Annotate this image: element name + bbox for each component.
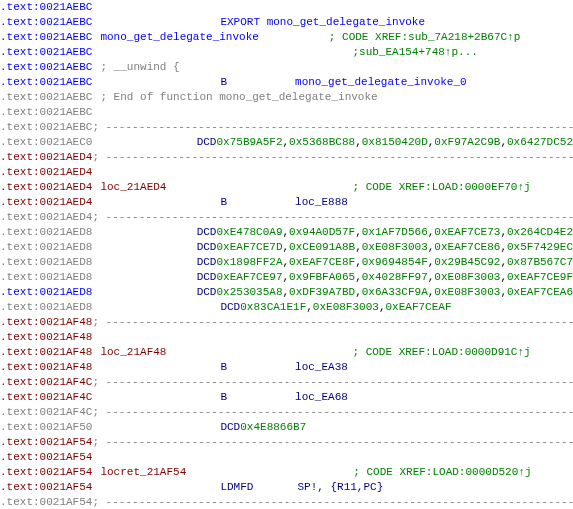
disasm-line[interactable]: .text:0021AED8DCD 0xE478C0A9, 0x94A0D57F… <box>0 225 573 240</box>
token: 0x75B9A5F2 <box>216 135 282 150</box>
disasm-line[interactable]: .text:0021AF54; ------------------------… <box>0 495 573 509</box>
token: ; --------------------------------------… <box>92 150 573 165</box>
indent <box>92 180 100 195</box>
disasm-line[interactable]: .text:0021AEBC; __unwind { <box>0 60 573 75</box>
token: LDMFD <box>220 480 253 495</box>
seg-address: .text:0021AF54 <box>0 495 92 509</box>
token: 0x4028FF97 <box>362 270 428 285</box>
token: B <box>220 195 227 210</box>
disasm-line[interactable]: .text:0021AEBC <box>0 105 573 120</box>
disasm-line[interactable]: .text:0021AF54; ------------------------… <box>0 435 573 450</box>
token: , <box>283 225 290 240</box>
token: DCD <box>197 255 217 270</box>
disasm-line[interactable]: .text:0021AED8DCD 0x83CA1E1F, 0xE08F3003… <box>0 300 573 315</box>
indent <box>227 75 295 90</box>
seg-address: .text:0021AF48 <box>0 360 92 375</box>
seg-address: .text:0021AF4C <box>0 405 92 420</box>
seg-address: .text:0021AEBC <box>0 60 92 75</box>
indent <box>92 270 196 285</box>
disasm-line[interactable]: .text:0021AF48; ------------------------… <box>0 315 573 330</box>
disasm-line[interactable]: .text:0021AF48 <box>0 330 573 345</box>
seg-address: .text:0021AF54 <box>0 450 92 465</box>
token: ; __unwind { <box>100 60 179 75</box>
token: 0x9FBFA065 <box>289 270 355 285</box>
disasm-line[interactable]: .text:0021AF4C; ------------------------… <box>0 375 573 390</box>
token: 0xEAF7CE7D <box>216 240 282 255</box>
seg-address: .text:0021AED8 <box>0 300 92 315</box>
token: ; <box>352 45 359 60</box>
disasm-line[interactable]: .text:0021AF54locret_21AF54; CODE XREF: … <box>0 465 573 480</box>
indent <box>253 480 297 495</box>
token: , <box>500 135 507 150</box>
token: , <box>428 285 435 300</box>
token: B <box>220 360 227 375</box>
indent <box>92 135 196 150</box>
disasm-line[interactable]: .text:0021AEBC; sub_EA154+748↑p ... <box>0 45 573 60</box>
token: ; --------------------------------------… <box>92 435 573 450</box>
disasm-line[interactable]: .text:0021AEBCEXPORT mono_get_delegate_i… <box>0 15 573 30</box>
token: 0xCE091A8B <box>289 240 355 255</box>
seg-address: .text:0021AEBC <box>0 0 92 15</box>
token: 0x94A0D57F <box>289 225 355 240</box>
disasm-line[interactable]: .text:0021AED8DCD 0x253035A8, 0xDF39A7BD… <box>0 285 573 300</box>
token: 0xE478C0A9 <box>216 225 282 240</box>
disasm-line[interactable]: .text:0021AEBC; ------------------------… <box>0 120 573 135</box>
seg-address: .text:0021AED8 <box>0 255 92 270</box>
token: 0xE08F3003 <box>434 285 500 300</box>
token: 0x6427DC52 <box>507 135 573 150</box>
disasm-line[interactable]: .text:0021AF54LDMFDSP!, {R11,PC} <box>0 480 573 495</box>
disasm-line[interactable]: .text:0021AEBC; End of function mono_get… <box>0 90 573 105</box>
token: 0xDF39A7BD <box>289 285 355 300</box>
indent <box>92 240 196 255</box>
disasm-line[interactable]: .text:0021AEBC <box>0 0 573 15</box>
seg-address: .text:0021AED8 <box>0 285 92 300</box>
disasm-line[interactable]: .text:0021AEBCBmono_get_delegate_invoke_… <box>0 75 573 90</box>
seg-address: .text:0021AF54 <box>0 435 92 450</box>
token: 0x1AF7D566 <box>362 225 428 240</box>
disasm-line[interactable]: .text:0021AED8DCD 0xEAF7CE97, 0x9FBFA065… <box>0 270 573 285</box>
token: 0x8150420D <box>362 135 428 150</box>
indent <box>166 180 352 195</box>
indent <box>92 60 100 75</box>
token: , <box>355 285 362 300</box>
token: DCD <box>220 420 240 435</box>
token: , <box>500 285 507 300</box>
disasm-line[interactable]: .text:0021AEC0DCD 0x75B9A5F2, 0x5368BC88… <box>0 135 573 150</box>
disasm-line[interactable]: .text:0021AED8DCD 0x1898FF2A, 0xEAF7CE8F… <box>0 255 573 270</box>
disasm-line[interactable]: .text:0021AED4; ------------------------… <box>0 210 573 225</box>
indent <box>166 345 352 360</box>
disasm-line[interactable]: .text:0021AF54 <box>0 450 573 465</box>
seg-address: .text:0021AEBC <box>0 90 92 105</box>
disasm-line[interactable]: .text:0021AF4CBloc_EA68 <box>0 390 573 405</box>
disasm-line[interactable]: .text:0021AEBCmono_get_delegate_invoke; … <box>0 30 573 45</box>
disasm-line[interactable]: .text:0021AF48Bloc_EA38 <box>0 360 573 375</box>
seg-address: .text:0021AF48 <box>0 315 92 330</box>
disasm-line[interactable]: .text:0021AED4Bloc_E888 <box>0 195 573 210</box>
token: 0x87B567C7 <box>507 255 573 270</box>
token: 0x83CA1E1F <box>240 300 306 315</box>
token: ; --------------------------------------… <box>92 405 573 420</box>
indent <box>92 300 220 315</box>
seg-address: .text:0021AED4 <box>0 150 92 165</box>
token: ; --------------------------------------… <box>92 210 573 225</box>
disassembly-listing[interactable]: .text:0021AEBC.text:0021AEBCEXPORT mono_… <box>0 0 573 509</box>
seg-address: .text:0021AF4C <box>0 375 92 390</box>
disasm-line[interactable]: .text:0021AF48loc_21AF48; CODE XREF: LOA… <box>0 345 573 360</box>
token: EXPORT mono_get_delegate_invoke <box>220 15 425 30</box>
disasm-line[interactable]: .text:0021AED4loc_21AED4; CODE XREF: LOA… <box>0 180 573 195</box>
token: , <box>283 135 290 150</box>
seg-address: .text:0021AEBC <box>0 75 92 90</box>
token: , <box>428 270 435 285</box>
disasm-line[interactable]: .text:0021AED4; ------------------------… <box>0 150 573 165</box>
token: , <box>500 270 507 285</box>
token: DCD <box>197 270 217 285</box>
seg-address: .text:0021AEBC <box>0 15 92 30</box>
disasm-line[interactable]: .text:0021AF50DCD 0x4E8866B7 <box>0 420 573 435</box>
token: DCD <box>220 300 240 315</box>
indent <box>92 195 220 210</box>
seg-address: .text:0021AED8 <box>0 270 92 285</box>
disasm-line[interactable]: .text:0021AED8DCD 0xEAF7CE7D, 0xCE091A8B… <box>0 240 573 255</box>
indent <box>92 90 100 105</box>
disasm-line[interactable]: .text:0021AF4C; ------------------------… <box>0 405 573 420</box>
disasm-line[interactable]: .text:0021AED4 <box>0 165 573 180</box>
